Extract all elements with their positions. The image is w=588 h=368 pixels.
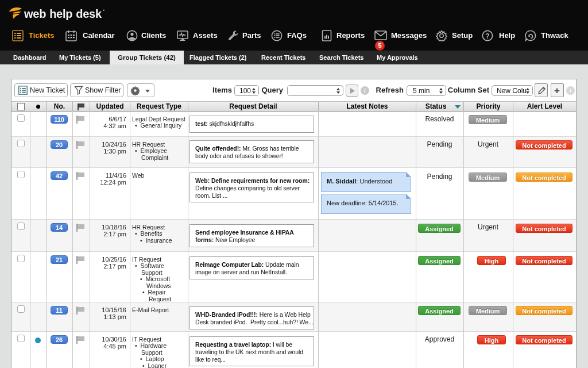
svg-text:?: ? <box>485 32 489 40</box>
